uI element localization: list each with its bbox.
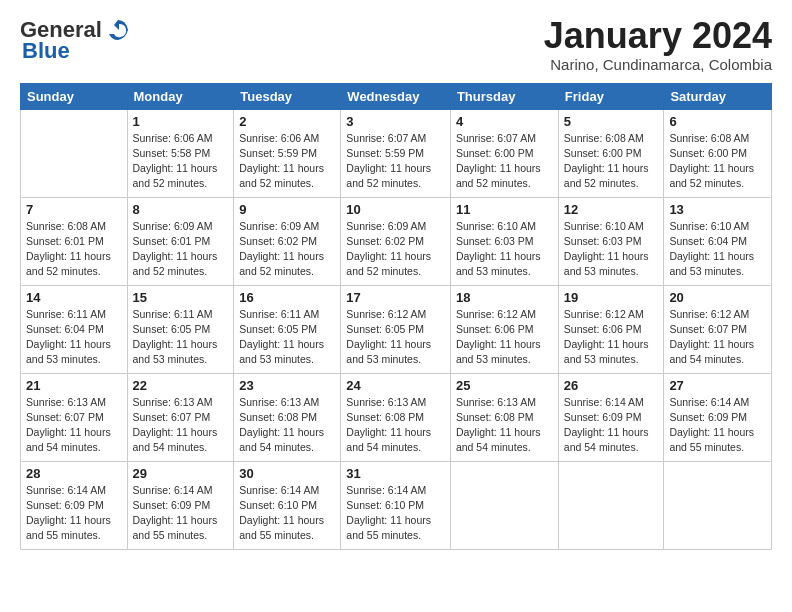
- day-info: Sunrise: 6:09 AMSunset: 6:02 PMDaylight:…: [239, 219, 335, 280]
- col-header-sunday: Sunday: [21, 83, 128, 109]
- day-number: 1: [133, 114, 229, 129]
- day-info: Sunrise: 6:14 AMSunset: 6:10 PMDaylight:…: [346, 483, 445, 544]
- calendar-cell: 22Sunrise: 6:13 AMSunset: 6:07 PMDayligh…: [127, 373, 234, 461]
- calendar-cell: 21Sunrise: 6:13 AMSunset: 6:07 PMDayligh…: [21, 373, 128, 461]
- calendar-cell: 28Sunrise: 6:14 AMSunset: 6:09 PMDayligh…: [21, 461, 128, 549]
- day-number: 21: [26, 378, 122, 393]
- day-info: Sunrise: 6:11 AMSunset: 6:05 PMDaylight:…: [239, 307, 335, 368]
- day-info: Sunrise: 6:14 AMSunset: 6:09 PMDaylight:…: [669, 395, 766, 456]
- day-number: 15: [133, 290, 229, 305]
- day-info: Sunrise: 6:13 AMSunset: 6:08 PMDaylight:…: [346, 395, 445, 456]
- day-info: Sunrise: 6:12 AMSunset: 6:07 PMDaylight:…: [669, 307, 766, 368]
- day-info: Sunrise: 6:09 AMSunset: 6:01 PMDaylight:…: [133, 219, 229, 280]
- calendar-cell: 18Sunrise: 6:12 AMSunset: 6:06 PMDayligh…: [450, 285, 558, 373]
- day-number: 8: [133, 202, 229, 217]
- calendar-cell: 16Sunrise: 6:11 AMSunset: 6:05 PMDayligh…: [234, 285, 341, 373]
- day-info: Sunrise: 6:07 AMSunset: 6:00 PMDaylight:…: [456, 131, 553, 192]
- logo: General Blue: [20, 16, 132, 64]
- calendar-cell: 8Sunrise: 6:09 AMSunset: 6:01 PMDaylight…: [127, 197, 234, 285]
- day-number: 7: [26, 202, 122, 217]
- day-number: 28: [26, 466, 122, 481]
- day-info: Sunrise: 6:08 AMSunset: 6:01 PMDaylight:…: [26, 219, 122, 280]
- calendar-header-row: SundayMondayTuesdayWednesdayThursdayFrid…: [21, 83, 772, 109]
- calendar-cell: 7Sunrise: 6:08 AMSunset: 6:01 PMDaylight…: [21, 197, 128, 285]
- calendar-cell: 3Sunrise: 6:07 AMSunset: 5:59 PMDaylight…: [341, 109, 451, 197]
- title-block: January 2024 Narino, Cundinamarca, Colom…: [544, 16, 772, 73]
- day-info: Sunrise: 6:06 AMSunset: 5:58 PMDaylight:…: [133, 131, 229, 192]
- calendar-cell: 4Sunrise: 6:07 AMSunset: 6:00 PMDaylight…: [450, 109, 558, 197]
- calendar-cell: 6Sunrise: 6:08 AMSunset: 6:00 PMDaylight…: [664, 109, 772, 197]
- calendar-cell: 1Sunrise: 6:06 AMSunset: 5:58 PMDaylight…: [127, 109, 234, 197]
- day-info: Sunrise: 6:06 AMSunset: 5:59 PMDaylight:…: [239, 131, 335, 192]
- day-info: Sunrise: 6:12 AMSunset: 6:06 PMDaylight:…: [564, 307, 659, 368]
- day-number: 5: [564, 114, 659, 129]
- day-number: 13: [669, 202, 766, 217]
- col-header-thursday: Thursday: [450, 83, 558, 109]
- day-number: 12: [564, 202, 659, 217]
- col-header-wednesday: Wednesday: [341, 83, 451, 109]
- day-number: 23: [239, 378, 335, 393]
- day-info: Sunrise: 6:10 AMSunset: 6:03 PMDaylight:…: [456, 219, 553, 280]
- day-number: 11: [456, 202, 553, 217]
- day-info: Sunrise: 6:10 AMSunset: 6:04 PMDaylight:…: [669, 219, 766, 280]
- calendar-cell: 26Sunrise: 6:14 AMSunset: 6:09 PMDayligh…: [558, 373, 664, 461]
- day-number: 24: [346, 378, 445, 393]
- day-number: 18: [456, 290, 553, 305]
- calendar-cell: 31Sunrise: 6:14 AMSunset: 6:10 PMDayligh…: [341, 461, 451, 549]
- day-info: Sunrise: 6:08 AMSunset: 6:00 PMDaylight:…: [564, 131, 659, 192]
- day-number: 2: [239, 114, 335, 129]
- day-info: Sunrise: 6:13 AMSunset: 6:07 PMDaylight:…: [133, 395, 229, 456]
- day-info: Sunrise: 6:14 AMSunset: 6:09 PMDaylight:…: [26, 483, 122, 544]
- day-number: 19: [564, 290, 659, 305]
- calendar-cell: 5Sunrise: 6:08 AMSunset: 6:00 PMDaylight…: [558, 109, 664, 197]
- calendar-table: SundayMondayTuesdayWednesdayThursdayFrid…: [20, 83, 772, 550]
- day-number: 30: [239, 466, 335, 481]
- day-number: 17: [346, 290, 445, 305]
- calendar-cell: 11Sunrise: 6:10 AMSunset: 6:03 PMDayligh…: [450, 197, 558, 285]
- col-header-tuesday: Tuesday: [234, 83, 341, 109]
- day-number: 20: [669, 290, 766, 305]
- calendar-cell: 13Sunrise: 6:10 AMSunset: 6:04 PMDayligh…: [664, 197, 772, 285]
- calendar-cell: 29Sunrise: 6:14 AMSunset: 6:09 PMDayligh…: [127, 461, 234, 549]
- day-number: 29: [133, 466, 229, 481]
- calendar-cell: [21, 109, 128, 197]
- day-number: 16: [239, 290, 335, 305]
- calendar-week-4: 21Sunrise: 6:13 AMSunset: 6:07 PMDayligh…: [21, 373, 772, 461]
- calendar-week-5: 28Sunrise: 6:14 AMSunset: 6:09 PMDayligh…: [21, 461, 772, 549]
- day-info: Sunrise: 6:13 AMSunset: 6:07 PMDaylight:…: [26, 395, 122, 456]
- day-number: 3: [346, 114, 445, 129]
- calendar-cell: 30Sunrise: 6:14 AMSunset: 6:10 PMDayligh…: [234, 461, 341, 549]
- calendar-cell: 14Sunrise: 6:11 AMSunset: 6:04 PMDayligh…: [21, 285, 128, 373]
- month-year: January 2024: [544, 16, 772, 56]
- calendar-cell: [558, 461, 664, 549]
- day-info: Sunrise: 6:14 AMSunset: 6:09 PMDaylight:…: [133, 483, 229, 544]
- calendar-cell: 9Sunrise: 6:09 AMSunset: 6:02 PMDaylight…: [234, 197, 341, 285]
- day-number: 10: [346, 202, 445, 217]
- day-info: Sunrise: 6:12 AMSunset: 6:05 PMDaylight:…: [346, 307, 445, 368]
- calendar-cell: 2Sunrise: 6:06 AMSunset: 5:59 PMDaylight…: [234, 109, 341, 197]
- calendar-cell: 15Sunrise: 6:11 AMSunset: 6:05 PMDayligh…: [127, 285, 234, 373]
- day-number: 25: [456, 378, 553, 393]
- calendar-cell: [450, 461, 558, 549]
- logo-icon: [104, 16, 132, 44]
- calendar-cell: [664, 461, 772, 549]
- day-number: 22: [133, 378, 229, 393]
- day-info: Sunrise: 6:12 AMSunset: 6:06 PMDaylight:…: [456, 307, 553, 368]
- day-number: 14: [26, 290, 122, 305]
- day-info: Sunrise: 6:07 AMSunset: 5:59 PMDaylight:…: [346, 131, 445, 192]
- col-header-friday: Friday: [558, 83, 664, 109]
- calendar-cell: 10Sunrise: 6:09 AMSunset: 6:02 PMDayligh…: [341, 197, 451, 285]
- day-info: Sunrise: 6:14 AMSunset: 6:09 PMDaylight:…: [564, 395, 659, 456]
- day-number: 26: [564, 378, 659, 393]
- day-number: 4: [456, 114, 553, 129]
- calendar-cell: 17Sunrise: 6:12 AMSunset: 6:05 PMDayligh…: [341, 285, 451, 373]
- col-header-saturday: Saturday: [664, 83, 772, 109]
- col-header-monday: Monday: [127, 83, 234, 109]
- day-info: Sunrise: 6:10 AMSunset: 6:03 PMDaylight:…: [564, 219, 659, 280]
- day-info: Sunrise: 6:11 AMSunset: 6:04 PMDaylight:…: [26, 307, 122, 368]
- calendar-cell: 23Sunrise: 6:13 AMSunset: 6:08 PMDayligh…: [234, 373, 341, 461]
- day-number: 9: [239, 202, 335, 217]
- page: General Blue January 2024 Narino, Cundin…: [0, 0, 792, 612]
- day-info: Sunrise: 6:11 AMSunset: 6:05 PMDaylight:…: [133, 307, 229, 368]
- day-info: Sunrise: 6:09 AMSunset: 6:02 PMDaylight:…: [346, 219, 445, 280]
